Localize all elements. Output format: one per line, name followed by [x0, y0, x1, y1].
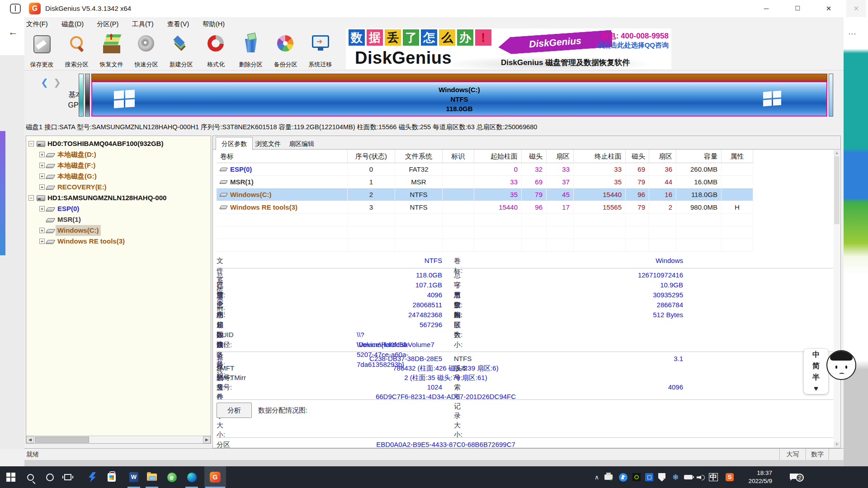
ime-mode-zh[interactable]: 中: [804, 349, 828, 360]
tab-partition-params[interactable]: 分区参数: [216, 137, 253, 150]
system-migration-button[interactable]: 系统迁移: [303, 33, 338, 70]
close-button[interactable]: ✕: [818, 0, 839, 17]
status-caps-indicator: 大写: [779, 449, 806, 460]
taskbar-edge[interactable]: [182, 466, 202, 488]
tab-bar: 分区参数 浏览文件 扇区编辑: [213, 136, 840, 150]
tab-browse-files[interactable]: 浏览文件: [250, 138, 286, 150]
background-overflow-icon[interactable]: ⋯: [848, 29, 857, 39]
banner-phone: 致电: 400-008-9958: [601, 31, 669, 41]
tray-volume[interactable]: [694, 466, 707, 488]
expand-icon[interactable]: +: [39, 174, 45, 179]
taskbar-clock[interactable]: 18:37 2022/5/9: [736, 469, 772, 485]
search-partition-button[interactable]: 搜索分区: [59, 33, 94, 70]
taskbar-explorer[interactable]: [142, 466, 162, 488]
tray-nvidia[interactable]: [630, 466, 643, 488]
background-tab-icon[interactable]: [10, 4, 21, 14]
tray-intel[interactable]: [643, 466, 656, 488]
table-row-esp[interactable]: ESP(0) 0 FAT32 0 32 33 33 69 36 260.0MB: [217, 163, 753, 176]
table-row-windows-c[interactable]: Windows(C:) 2 NTFS 35 79 45 15440 96 16 …: [217, 188, 753, 201]
sogou-mascot-face[interactable]: [826, 350, 856, 380]
background-back-icon[interactable]: ←: [8, 26, 18, 38]
menu-tools[interactable]: 工具(T): [132, 20, 154, 28]
banner-qq-link[interactable]: 或点击此处选择QQ咨询: [597, 41, 669, 50]
menu-file[interactable]: 文件(F): [26, 20, 48, 28]
divider: [217, 268, 833, 268]
tree-horizontal-scrollbar[interactable]: ◀ ▶: [26, 436, 211, 443]
alloc-map-label: 数据分配情况图:: [258, 406, 307, 415]
ime-heart-icon[interactable]: ♥: [804, 383, 828, 394]
task-view-button[interactable]: [58, 466, 78, 488]
scrollbar-thumb[interactable]: [834, 156, 840, 224]
maximize-button[interactable]: ☐: [787, 0, 808, 17]
tab-sector-edit[interactable]: 扇区编辑: [283, 138, 320, 150]
taskbar-word[interactable]: W: [124, 466, 144, 488]
tray-thunder[interactable]: [617, 466, 629, 488]
partition-icon: [219, 180, 228, 184]
expand-icon[interactable]: +: [39, 163, 45, 168]
format-button[interactable]: 格式化: [198, 33, 233, 70]
partition-sliver-esp[interactable]: [79, 74, 84, 117]
banner-tagline: DiskGenius 磁盘管理及数据恢复软件: [501, 57, 630, 68]
scroll-right-icon[interactable]: ▶: [203, 436, 211, 443]
partition-size: 118.0GB: [92, 104, 826, 113]
partition-sliver-msr[interactable]: [85, 74, 90, 117]
save-changes-button[interactable]: 保存更改: [24, 33, 59, 70]
divider: [217, 352, 833, 352]
expand-icon[interactable]: +: [39, 206, 45, 211]
tray-ime[interactable]: 中: [707, 466, 720, 488]
tray-chevron[interactable]: ∧: [590, 466, 603, 488]
taskbar-app-flash[interactable]: [82, 466, 102, 488]
backup-partition-button[interactable]: 备份分区: [268, 33, 303, 70]
recover-files-button[interactable]: 恢复文件: [94, 33, 129, 70]
partition-windows-c[interactable]: Windows(C:) NTFS 118.0GB: [91, 81, 827, 117]
collapse-icon[interactable]: −: [28, 141, 34, 146]
partition-icon: [46, 175, 56, 179]
ime-mode-simplified[interactable]: 简: [804, 360, 828, 371]
tray-security[interactable]: [656, 466, 668, 488]
table-row-windows-re[interactable]: Windows RE tools(3) 3 NTFS 15440 96 17 1…: [217, 201, 753, 214]
ime-mode-halfwidth[interactable]: 半: [804, 371, 828, 383]
expand-icon[interactable]: +: [39, 184, 45, 190]
scrollbar-thumb[interactable]: [35, 436, 89, 443]
banner-tile: ！: [475, 29, 491, 46]
desktop-wallpaper-sliver: [0, 131, 5, 255]
taskbar-cortana[interactable]: [40, 466, 60, 488]
prev-disk-icon[interactable]: ❮: [41, 77, 48, 88]
scroll-down-icon[interactable]: ▼: [834, 441, 840, 447]
tray-sogou[interactable]: S: [723, 466, 736, 488]
table-row-empty: [217, 214, 753, 226]
expand-icon[interactable]: +: [39, 239, 45, 244]
table-row-msr[interactable]: MSR(1) 1 MSR 33 69 37 35 79 44 16.0MB: [217, 176, 753, 188]
partition-icon: [219, 193, 228, 197]
expand-icon[interactable]: +: [39, 228, 45, 233]
bird-icon: [619, 473, 627, 482]
background-window-close-icon[interactable]: ✕: [846, 0, 866, 17]
menu-help[interactable]: 帮助(H): [203, 20, 225, 28]
menu-disk[interactable]: 磁盘(D): [61, 20, 84, 28]
next-disk-icon[interactable]: ❯: [53, 77, 61, 88]
detail-vertical-scrollbar[interactable]: ▲ ▼: [834, 150, 840, 447]
delete-partition-button[interactable]: 删除分区: [233, 33, 268, 70]
new-partition-button[interactable]: 新建分区: [164, 33, 198, 70]
quick-partition-button[interactable]: 快速分区: [129, 33, 164, 70]
tray-power[interactable]: [682, 466, 694, 488]
scroll-up-icon[interactable]: ▲: [834, 150, 840, 156]
taskbar-store[interactable]: [102, 466, 122, 488]
harddisk-icon: [37, 195, 45, 201]
menu-view[interactable]: 查看(V): [167, 20, 189, 28]
sogou-ime-widget[interactable]: 中 简 半 ♥: [804, 349, 828, 394]
menu-partition[interactable]: 分区(P): [97, 20, 118, 28]
tray-deepfreeze[interactable]: ❄: [669, 466, 682, 488]
taskbar-ie[interactable]: e: [162, 466, 182, 488]
tray-printer[interactable]: [602, 466, 615, 488]
start-button[interactable]: [1, 466, 21, 488]
taskbar-search[interactable]: [20, 466, 40, 488]
promo-banner[interactable]: 数 据 丢 了 怎 么 办 ！ DiskGenius DiskGenius 致电…: [346, 28, 671, 69]
scroll-left-icon[interactable]: ◀: [26, 436, 34, 443]
expand-icon[interactable]: +: [39, 152, 45, 157]
partition-sliver-re-tools[interactable]: [829, 74, 833, 117]
analyze-button[interactable]: 分析: [217, 403, 252, 418]
taskbar-diskgenius-active[interactable]: G: [204, 466, 226, 488]
collapse-icon[interactable]: −: [28, 195, 34, 201]
minimize-button[interactable]: ─: [756, 0, 777, 17]
